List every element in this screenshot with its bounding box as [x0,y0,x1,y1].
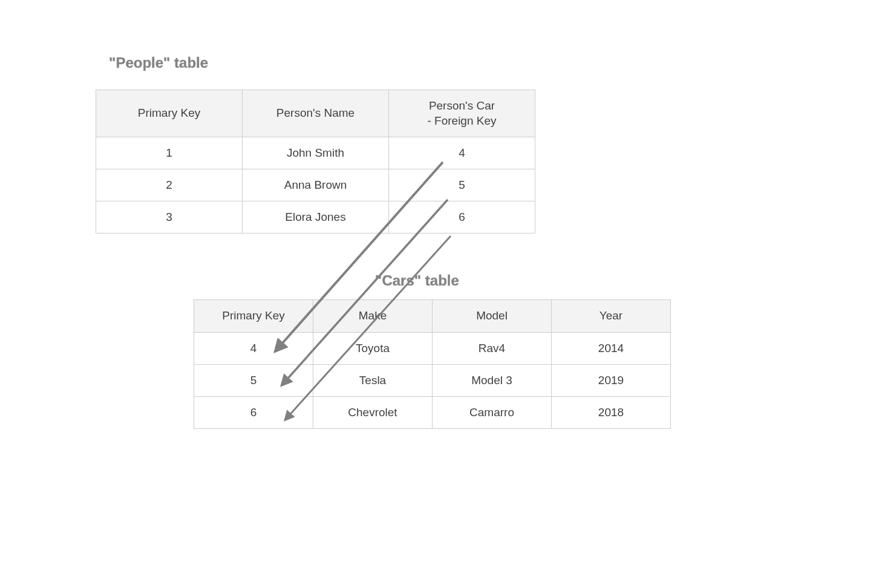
table-row: 2 Anna Brown 5 [96,169,535,201]
cars-header-model: Model [433,300,552,333]
cars-cell-year: 2019 [552,364,671,396]
people-cell-pk: 3 [96,201,243,234]
cars-header-row: Primary Key Make Model Year [194,300,671,333]
people-cell-carfk: 5 [389,169,535,201]
people-cell-carfk: 4 [389,137,535,169]
foreign-key-arrows-icon [0,0,882,588]
cars-cell-year: 2018 [552,396,671,428]
table-row: 3 Elora Jones 6 [96,201,535,234]
cars-cell-make: Chevrolet [313,396,433,428]
table-row: 1 John Smith 4 [96,137,535,169]
people-header-name: Person's Name [243,90,389,137]
cars-cell-model: Camarro [433,396,552,428]
people-header-carfk: Person's Car- Foreign Key [389,90,535,137]
cars-cell-make: Toyota [313,332,433,364]
cars-table: Primary Key Make Model Year 4 Toyota Rav… [194,299,671,429]
cars-cell-pk: 5 [194,364,313,396]
people-table: Primary Key Person's Name Person's Car- … [96,90,535,234]
table-row: 6 Chevrolet Camarro 2018 [194,396,671,428]
people-cell-name: Anna Brown [243,169,389,201]
cars-cell-model: Model 3 [433,364,552,396]
cars-cell-model: Rav4 [433,332,552,364]
cars-cell-pk: 4 [194,332,313,364]
cars-table-title: "Cars" table [375,272,459,289]
cars-header-pk: Primary Key [194,300,313,333]
table-row: 4 Toyota Rav4 2014 [194,332,671,364]
cars-cell-year: 2014 [552,332,671,364]
people-cell-carfk: 6 [389,201,535,234]
people-header-row: Primary Key Person's Name Person's Car- … [96,90,535,137]
fk-diagram: "People" table Primary Key Person's Name… [0,0,882,588]
people-cell-pk: 2 [96,169,243,201]
people-cell-pk: 1 [96,137,243,169]
table-row: 5 Tesla Model 3 2019 [194,364,671,396]
people-header-pk: Primary Key [96,90,243,137]
people-table-title: "People" table [109,54,208,71]
cars-cell-pk: 6 [194,396,313,428]
people-cell-name: John Smith [243,137,389,169]
cars-header-make: Make [313,300,433,333]
cars-cell-make: Tesla [313,364,433,396]
cars-header-year: Year [552,300,671,333]
people-cell-name: Elora Jones [243,201,389,234]
